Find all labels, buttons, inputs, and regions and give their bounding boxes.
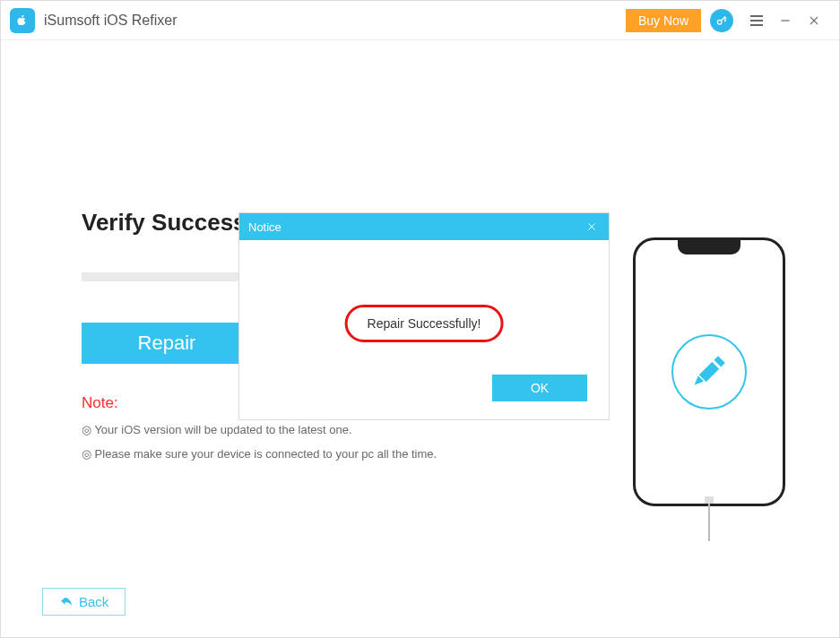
repair-button[interactable]: Repair	[82, 323, 252, 364]
close-icon	[586, 221, 597, 232]
notice-dialog: Notice Repair Successfully! OK	[239, 213, 609, 419]
dialog-header: Notice	[239, 213, 609, 240]
back-button[interactable]: Back	[42, 588, 126, 616]
dialog-body: Repair Successfully! OK	[239, 240, 609, 419]
minimize-icon	[779, 14, 792, 27]
back-button-label: Back	[79, 594, 108, 609]
dialog-close-button[interactable]	[584, 219, 600, 235]
repair-circle-icon	[671, 334, 747, 410]
close-window-button[interactable]	[803, 10, 825, 31]
hamburger-icon	[750, 15, 763, 26]
dialog-message: Repair Successfully!	[345, 305, 504, 342]
key-icon	[715, 14, 728, 27]
phone-illustration	[633, 237, 785, 506]
phone-cable	[708, 504, 710, 541]
menu-button[interactable]	[746, 10, 767, 31]
minimize-button[interactable]	[775, 10, 796, 31]
buy-now-button[interactable]: Buy Now	[626, 9, 701, 32]
close-icon	[808, 14, 820, 27]
svg-point-0	[717, 20, 722, 24]
dialog-title: Notice	[248, 220, 281, 234]
app-logo	[10, 8, 35, 33]
apple-icon	[14, 13, 30, 29]
back-arrow-icon	[59, 595, 74, 609]
phone-notch	[678, 240, 740, 254]
tools-icon	[691, 354, 727, 390]
app-title: iSumsoft iOS Refixer	[44, 13, 177, 29]
dialog-ok-button[interactable]: OK	[492, 375, 587, 401]
titlebar: iSumsoft iOS Refixer Buy Now	[1, 1, 839, 40]
register-key-button[interactable]	[710, 9, 733, 32]
